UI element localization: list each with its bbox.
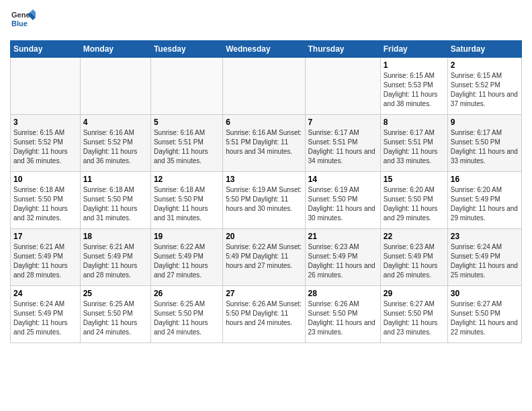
day-info: Sunrise: 6:25 AM Sunset: 5:50 PM Dayligh… (83, 300, 148, 337)
logo-icon: General Blue (10, 7, 36, 32)
day-number: 11 (83, 175, 148, 184)
day-number: 20 (226, 232, 302, 241)
day-info: Sunrise: 6:18 AM Sunset: 5:50 PM Dayligh… (13, 185, 77, 223)
weekday-header-monday: Monday (80, 41, 150, 58)
calendar-cell: 12Sunrise: 6:18 AM Sunset: 5:50 PM Dayli… (150, 172, 222, 229)
calendar-cell: 11Sunrise: 6:18 AM Sunset: 5:50 PM Dayli… (80, 172, 150, 229)
calendar-cell: 8Sunrise: 6:17 AM Sunset: 5:51 PM Daylig… (380, 115, 447, 172)
day-number: 27 (226, 289, 302, 298)
day-info: Sunrise: 6:21 AM Sunset: 5:49 PM Dayligh… (13, 242, 77, 280)
day-info: Sunrise: 6:24 AM Sunset: 5:49 PM Dayligh… (13, 300, 77, 337)
day-number: 22 (384, 232, 445, 241)
weekday-header-friday: Friday (380, 41, 447, 58)
day-info: Sunrise: 6:24 AM Sunset: 5:49 PM Dayligh… (451, 242, 519, 280)
day-number: 15 (384, 175, 445, 184)
day-info: Sunrise: 6:16 AM Sunset: 5:52 PM Dayligh… (83, 128, 148, 166)
calendar-cell: 24Sunrise: 6:24 AM Sunset: 5:49 PM Dayli… (11, 286, 81, 343)
logo: General Blue (10, 7, 36, 35)
day-info: Sunrise: 6:22 AM Sunset: 5:49 PM Dayligh… (226, 242, 302, 271)
calendar-cell: 6Sunrise: 6:16 AM Sunset: 5:51 PM Daylig… (223, 115, 305, 172)
day-info: Sunrise: 6:19 AM Sunset: 5:50 PM Dayligh… (226, 185, 302, 214)
calendar-cell: 21Sunrise: 6:23 AM Sunset: 5:49 PM Dayli… (305, 229, 380, 286)
calendar-cell: 22Sunrise: 6:23 AM Sunset: 5:49 PM Dayli… (380, 229, 447, 286)
calendar-cell: 3Sunrise: 6:15 AM Sunset: 5:52 PM Daylig… (11, 115, 81, 172)
day-number: 7 (308, 118, 378, 127)
day-info: Sunrise: 6:16 AM Sunset: 5:51 PM Dayligh… (226, 128, 302, 156)
day-number: 21 (308, 232, 378, 241)
day-number: 2 (451, 60, 519, 70)
day-number: 5 (154, 118, 220, 127)
day-info: Sunrise: 6:23 AM Sunset: 5:49 PM Dayligh… (384, 242, 445, 280)
day-number: 14 (308, 175, 378, 184)
calendar-cell: 2Sunrise: 6:15 AM Sunset: 5:52 PM Daylig… (447, 58, 521, 115)
day-number: 28 (308, 289, 378, 298)
day-number: 23 (451, 232, 519, 241)
day-info: Sunrise: 6:17 AM Sunset: 5:50 PM Dayligh… (451, 128, 519, 166)
day-info: Sunrise: 6:25 AM Sunset: 5:50 PM Dayligh… (154, 300, 220, 337)
weekday-header-sunday: Sunday (11, 41, 81, 58)
calendar-cell: 7Sunrise: 6:17 AM Sunset: 5:51 PM Daylig… (305, 115, 380, 172)
day-info: Sunrise: 6:15 AM Sunset: 5:52 PM Dayligh… (13, 128, 77, 166)
day-number: 6 (226, 118, 302, 127)
day-number: 19 (154, 232, 220, 241)
weekday-header-saturday: Saturday (447, 41, 521, 58)
calendar-cell (80, 58, 150, 115)
calendar-cell: 17Sunrise: 6:21 AM Sunset: 5:49 PM Dayli… (11, 229, 81, 286)
calendar-cell: 28Sunrise: 6:26 AM Sunset: 5:50 PM Dayli… (305, 286, 380, 343)
day-number: 16 (451, 175, 519, 184)
day-info: Sunrise: 6:22 AM Sunset: 5:49 PM Dayligh… (154, 242, 220, 280)
day-info: Sunrise: 6:19 AM Sunset: 5:50 PM Dayligh… (308, 185, 378, 223)
day-number: 26 (154, 289, 220, 298)
day-number: 17 (13, 232, 77, 241)
day-number: 3 (13, 118, 77, 127)
svg-text:Blue: Blue (11, 19, 28, 28)
calendar-cell: 27Sunrise: 6:26 AM Sunset: 5:50 PM Dayli… (223, 286, 305, 343)
day-info: Sunrise: 6:26 AM Sunset: 5:50 PM Dayligh… (308, 300, 378, 337)
day-info: Sunrise: 6:20 AM Sunset: 5:49 PM Dayligh… (451, 185, 519, 223)
calendar-cell: 19Sunrise: 6:22 AM Sunset: 5:49 PM Dayli… (150, 229, 222, 286)
calendar-cell: 26Sunrise: 6:25 AM Sunset: 5:50 PM Dayli… (150, 286, 222, 343)
day-number: 30 (451, 289, 519, 298)
weekday-header-wednesday: Wednesday (223, 41, 305, 58)
calendar-cell: 4Sunrise: 6:16 AM Sunset: 5:52 PM Daylig… (80, 115, 150, 172)
calendar-cell: 23Sunrise: 6:24 AM Sunset: 5:49 PM Dayli… (447, 229, 521, 286)
day-number: 24 (13, 289, 77, 298)
day-info: Sunrise: 6:16 AM Sunset: 5:51 PM Dayligh… (154, 128, 220, 166)
day-number: 12 (154, 175, 220, 184)
calendar-cell: 5Sunrise: 6:16 AM Sunset: 5:51 PM Daylig… (150, 115, 222, 172)
calendar-cell: 29Sunrise: 6:27 AM Sunset: 5:50 PM Dayli… (380, 286, 447, 343)
day-number: 4 (83, 118, 148, 127)
day-number: 25 (83, 289, 148, 298)
day-info: Sunrise: 6:17 AM Sunset: 5:51 PM Dayligh… (308, 128, 378, 166)
day-number: 13 (226, 175, 302, 184)
calendar-cell: 1Sunrise: 6:15 AM Sunset: 5:53 PM Daylig… (380, 58, 447, 115)
day-info: Sunrise: 6:15 AM Sunset: 5:52 PM Dayligh… (451, 71, 519, 109)
calendar-cell: 25Sunrise: 6:25 AM Sunset: 5:50 PM Dayli… (80, 286, 150, 343)
day-number: 29 (384, 289, 445, 298)
day-number: 8 (384, 118, 445, 127)
day-info: Sunrise: 6:23 AM Sunset: 5:49 PM Dayligh… (308, 242, 378, 280)
calendar-cell: 14Sunrise: 6:19 AM Sunset: 5:50 PM Dayli… (305, 172, 380, 229)
day-info: Sunrise: 6:15 AM Sunset: 5:53 PM Dayligh… (384, 71, 445, 109)
day-number: 9 (451, 118, 519, 127)
day-info: Sunrise: 6:20 AM Sunset: 5:50 PM Dayligh… (384, 185, 445, 223)
day-info: Sunrise: 6:26 AM Sunset: 5:50 PM Dayligh… (226, 300, 302, 328)
weekday-header-tuesday: Tuesday (150, 41, 222, 58)
calendar-cell: 13Sunrise: 6:19 AM Sunset: 5:50 PM Dayli… (223, 172, 305, 229)
calendar-table: SundayMondayTuesdayWednesdayThursdayFrid… (10, 40, 522, 343)
day-info: Sunrise: 6:27 AM Sunset: 5:50 PM Dayligh… (384, 300, 445, 337)
calendar-cell (11, 58, 81, 115)
calendar-cell (305, 58, 380, 115)
calendar-cell: 9Sunrise: 6:17 AM Sunset: 5:50 PM Daylig… (447, 115, 521, 172)
calendar-cell (150, 58, 222, 115)
calendar-cell: 15Sunrise: 6:20 AM Sunset: 5:50 PM Dayli… (380, 172, 447, 229)
calendar-cell: 10Sunrise: 6:18 AM Sunset: 5:50 PM Dayli… (11, 172, 81, 229)
day-info: Sunrise: 6:21 AM Sunset: 5:49 PM Dayligh… (83, 242, 148, 280)
day-number: 10 (13, 175, 77, 184)
calendar-cell: 30Sunrise: 6:27 AM Sunset: 5:50 PM Dayli… (447, 286, 521, 343)
day-number: 1 (384, 60, 445, 70)
day-info: Sunrise: 6:27 AM Sunset: 5:50 PM Dayligh… (451, 300, 519, 337)
day-info: Sunrise: 6:17 AM Sunset: 5:51 PM Dayligh… (384, 128, 445, 166)
calendar-cell: 18Sunrise: 6:21 AM Sunset: 5:49 PM Dayli… (80, 229, 150, 286)
calendar-cell: 16Sunrise: 6:20 AM Sunset: 5:49 PM Dayli… (447, 172, 521, 229)
